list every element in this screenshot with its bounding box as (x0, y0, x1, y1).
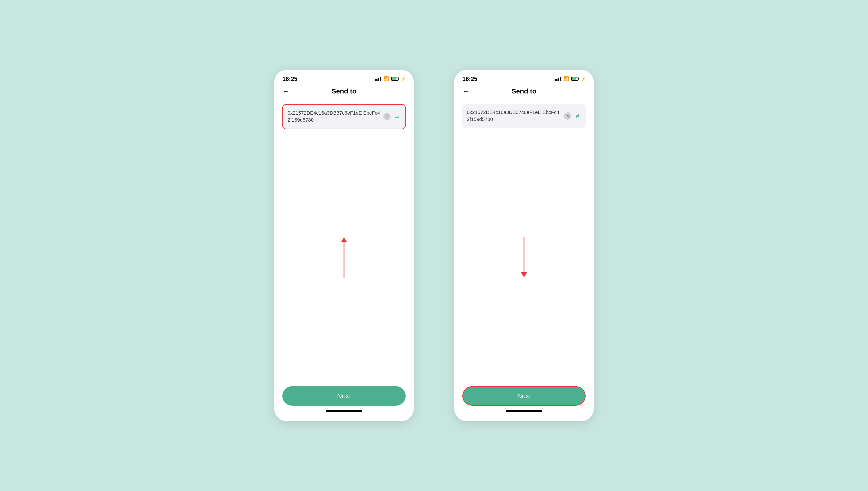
next-button-right[interactable]: Next (462, 386, 586, 406)
address-input-box-left[interactable]: 0x21572DE4c16a3DB37c6eF1eE EbcFc42f159d5… (282, 104, 406, 129)
screen-title-left: Send to (332, 87, 356, 95)
phone-right: 18:25 📶 ⚡ ← Send to 0x21572DE4c16a3DB37c… (454, 70, 594, 421)
clear-button-right[interactable]: ✕ (564, 112, 571, 120)
phone-left: 18:25 📶 ⚡ ← Send to 0x21572DE4c16a3DB37c… (274, 70, 414, 421)
next-button-left[interactable]: Next (282, 386, 406, 406)
down-arrow-right (521, 237, 527, 277)
swap-button-right[interactable]: ⇄ (574, 112, 581, 120)
address-text-left: 0x21572DE4c16a3DB37c6eF1eE EbcFc42f159d5… (287, 110, 381, 124)
charging-icon-right: ⚡ (581, 76, 586, 81)
charging-icon-left: ⚡ (401, 76, 406, 81)
battery-icon-right (571, 77, 579, 81)
status-time-right: 18:25 (462, 76, 477, 82)
address-text-right: 0x21572DE4c16a3DB37c6eF1eE EbcFc42f159d5… (467, 109, 561, 123)
home-indicator-right (506, 410, 542, 412)
arrow-container-left (282, 129, 406, 386)
content-left: 0x21572DE4c16a3DB37c6eF1eE EbcFc42f159d5… (274, 99, 414, 421)
header-left: ← Send to (274, 85, 414, 99)
status-icons-left: 📶 ⚡ (375, 76, 406, 82)
wifi-icon-left: 📶 (383, 76, 389, 82)
home-indicator-left (326, 410, 362, 412)
header-right: ← Send to (454, 85, 594, 99)
arrowhead-up-left (341, 237, 347, 242)
battery-icon-left (391, 77, 399, 81)
address-actions-right: ✕ ⇄ (564, 112, 581, 120)
next-button-label-left: Next (337, 392, 351, 400)
swap-button-left[interactable]: ⇄ (393, 113, 401, 120)
signal-icon-left (375, 77, 381, 81)
content-right: 0x21572DE4c16a3DB37c6eF1eE EbcFc42f159d5… (454, 99, 594, 421)
status-bar-right: 18:25 📶 ⚡ (454, 70, 594, 85)
signal-icon-right (555, 77, 561, 81)
arrow-line-right (524, 237, 524, 273)
screen-title-right: Send to (512, 87, 536, 95)
next-button-label-right: Next (517, 392, 531, 400)
status-bar-left: 18:25 📶 ⚡ (274, 70, 414, 85)
arrowhead-down-right (521, 272, 527, 277)
status-time-left: 18:25 (282, 76, 298, 82)
address-input-box-right[interactable]: 0x21572DE4c16a3DB37c6eF1eE EbcFc42f159d5… (462, 104, 586, 128)
wifi-icon-right: 📶 (563, 76, 569, 82)
back-button-left[interactable]: ← (282, 88, 289, 95)
arrow-line-left (344, 242, 344, 278)
up-arrow-left (341, 237, 347, 278)
clear-button-left[interactable]: ✕ (383, 113, 391, 120)
status-icons-right: 📶 ⚡ (555, 76, 586, 82)
address-actions-left: ✕ ⇄ (383, 113, 401, 120)
arrow-container-right (462, 128, 586, 386)
back-button-right[interactable]: ← (462, 88, 469, 95)
